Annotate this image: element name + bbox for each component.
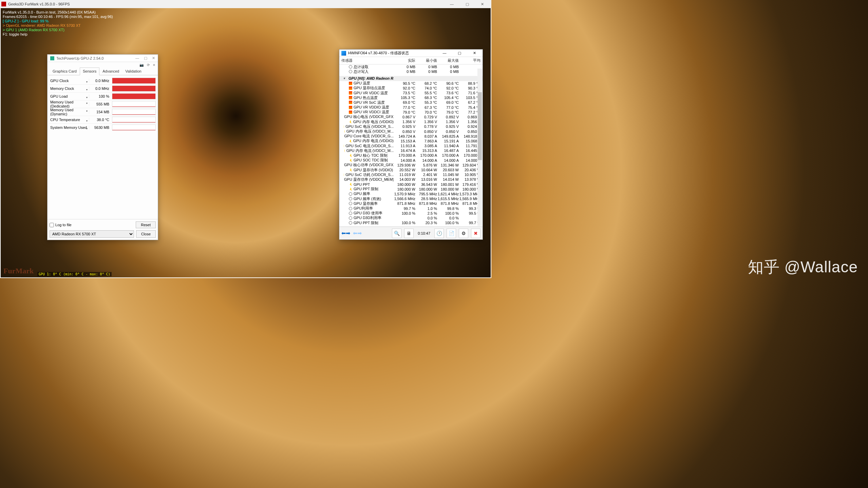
log-checkbox[interactable] bbox=[50, 223, 54, 227]
sensor-row[interactable]: GPU 频率 (有效)1,566.6 MHz28.5 MHz1,615.5 MH… bbox=[339, 196, 483, 201]
sensor-current: 0.867 V bbox=[394, 115, 415, 119]
sensor-max: 1,621.4 MHz bbox=[437, 192, 459, 196]
chevron-down-icon[interactable]: ▾ bbox=[86, 119, 88, 122]
chevron-down-icon[interactable]: ▾ bbox=[86, 96, 88, 99]
hwinfo-titlebar[interactable]: HWiNFO64 v7.30-4870 - 传感器状态 — ▢ ✕ bbox=[339, 50, 483, 57]
sensor-max: 14.000 A bbox=[437, 158, 459, 162]
sensor-current: 100.0 % bbox=[394, 221, 415, 225]
sensor-row[interactable]: GPU 核心功率 (VDDCR_GFX)129.936 W5.876 W131.… bbox=[339, 163, 483, 168]
close-button[interactable]: Close bbox=[136, 230, 156, 238]
chevron-down-icon[interactable]: ▾ bbox=[86, 102, 88, 105]
maximize-button[interactable]: ▢ bbox=[459, 0, 475, 8]
sensor-row[interactable]: GPU 显存结点温度92.0 °C74.0 °C92.0 °C90.3 °C bbox=[339, 86, 483, 91]
sensor-max: 90.6 °C bbox=[437, 81, 459, 85]
sensor-row[interactable]: GPU VR VDDC 温度73.5 °C55.5 °C73.6 °C71.6 … bbox=[339, 91, 483, 95]
scrollbar[interactable] bbox=[477, 69, 482, 226]
nav-arrows[interactable]: ⬅➡ bbox=[341, 230, 350, 236]
save-icon[interactable]: 📄 bbox=[447, 229, 456, 238]
sensor-row[interactable]: GPU 显存功率 (VDDCI_MEM)14.003 W13.016 W14.0… bbox=[339, 177, 483, 182]
sensor-row[interactable]: CPU Temperature▾38.0 °C bbox=[49, 116, 156, 123]
sensor-row[interactable]: GPU SoC 电压 (VDDCR_S...0.925 V0.778 V0.92… bbox=[339, 124, 483, 129]
scrollbar-thumb[interactable] bbox=[478, 92, 482, 160]
sensor-min: 170.000 A bbox=[415, 153, 437, 157]
sensor-row[interactable]: GPU SoC 电流 (VDDCR_S...11.913 A3.085 A11.… bbox=[339, 143, 483, 148]
sensor-current: 180.000 W bbox=[394, 182, 415, 187]
sensor-row[interactable]: System Memory Used▾5630 MB bbox=[49, 123, 156, 131]
sensor-row[interactable]: GPU VR SoC 温度69.0 °C55.3 °C69.0 °C67.2 °… bbox=[339, 100, 483, 105]
sensor-row[interactable]: GPU 显存功率 (VDDIO)20.552 W10.664 W20.603 W… bbox=[339, 168, 483, 172]
close-panel-icon[interactable]: ✖ bbox=[471, 229, 480, 238]
collapse-icon[interactable]: ▾ bbox=[343, 77, 345, 80]
sensor-row[interactable]: GPU PPT180.000 W36.543 W180.001 W179.416… bbox=[339, 182, 483, 187]
sensor-row[interactable]: GPU Load▾100 % bbox=[49, 92, 156, 100]
sensor-name: GPU SoC 电压 (VDDCR_S... bbox=[345, 124, 394, 129]
sensor-max: 69.0 °C bbox=[437, 100, 459, 104]
minimize-button[interactable]: — bbox=[438, 51, 451, 55]
sensor-row[interactable]: GPU D3D 使用率100.0 %2.5 %100.0 %99.5 % bbox=[339, 211, 483, 216]
close-button[interactable]: ✕ bbox=[475, 0, 490, 8]
refresh-icon[interactable]: ⟳ bbox=[147, 63, 150, 67]
close-button[interactable]: ✕ bbox=[152, 56, 155, 60]
chevron-down-icon[interactable]: ▾ bbox=[86, 80, 88, 83]
sensor-row[interactable]: GPU Core 电流 (VDDCR_G...149.724 A8.037 A1… bbox=[339, 134, 483, 139]
sensor-row[interactable]: GPU 温度90.5 °C68.2 °C90.6 °C88.9 °C bbox=[339, 81, 483, 86]
sensor-row[interactable]: GPU D3D利用率0.0 %0.0 % bbox=[339, 216, 483, 220]
close-button[interactable]: ✕ bbox=[468, 51, 480, 55]
chevron-down-icon[interactable]: ▾ bbox=[86, 110, 88, 113]
sensor-row[interactable]: GPU 核心电压 (VDDCR_GFX)0.867 V0.729 V0.892 … bbox=[339, 115, 483, 119]
clock-icon[interactable]: 🕐 bbox=[434, 229, 444, 238]
search-icon[interactable]: 🔍 bbox=[392, 229, 401, 238]
sensor-min: 68.3 °C bbox=[415, 96, 437, 100]
sensor-row[interactable]: GPU 热点温度105.3 °C68.3 °C105.4 °C103.5 °C bbox=[339, 95, 483, 100]
sensor-row[interactable]: GPU SOC TDC 限制14.000 A14.000 A14.000 A14… bbox=[339, 158, 483, 163]
maximize-button[interactable]: ▢ bbox=[144, 56, 147, 60]
tab-graphics-card[interactable]: Graphics Card bbox=[50, 67, 80, 75]
sensor-row[interactable]: GPU 内存 电流 (VDDIO)15.153 A7.863 A15.191 A… bbox=[339, 139, 483, 143]
sensor-row[interactable]: GPU 内存 电压 (VDDIO)1.356 V1.356 V1.356 V1.… bbox=[339, 119, 483, 124]
sensor-row[interactable]: Memory Used (Dynamic)▾154 MB bbox=[49, 108, 156, 116]
minimize-button[interactable]: — bbox=[135, 56, 139, 60]
hwinfo-sensor-list[interactable]: 总计读取0 MB0 MB0 MB总计写入0 MB0 MB0 MB▾GPU [#0… bbox=[339, 64, 483, 227]
screenshot-icon[interactable]: 📷 bbox=[139, 63, 144, 67]
sensor-min: 2.5 % bbox=[415, 211, 437, 215]
sensor-row[interactable]: GPU 显存频率871.8 MHz871.8 MHz871.8 MHz871.8… bbox=[339, 201, 483, 206]
gpu-group-header[interactable]: ▾GPU [#0]: AMD Radeon R... bbox=[339, 76, 483, 81]
chevron-down-icon[interactable]: ▾ bbox=[86, 127, 88, 130]
sensor-row[interactable]: GPU 核心 TDC 限制170.000 A170.000 A170.000 A… bbox=[339, 153, 483, 158]
settings-icon[interactable]: ⚙ bbox=[459, 229, 468, 238]
menu-icon[interactable]: ≡ bbox=[153, 63, 155, 67]
maximize-button[interactable]: ▢ bbox=[453, 51, 466, 55]
nav-arrows-alt[interactable]: ⬅➡ bbox=[353, 230, 362, 236]
sensor-name: GPU 内存 电流 (VDDCI_M... bbox=[346, 148, 394, 153]
summary-row[interactable]: 总计写入0 MB0 MB0 MB bbox=[339, 69, 483, 74]
sensor-graph bbox=[112, 117, 156, 123]
sensor-row[interactable]: GPU 内存 电压 (VDDCI_M...0.850 V0.850 V0.850… bbox=[339, 129, 483, 134]
network-icon[interactable]: 🖥 bbox=[404, 229, 414, 238]
chevron-down-icon[interactable]: ▾ bbox=[86, 88, 88, 91]
sensor-row[interactable]: GPU利用率99.7 %1.0 %99.8 %99.3 % bbox=[339, 206, 483, 211]
tab-validation[interactable]: Validation bbox=[122, 67, 145, 75]
gpu-select[interactable]: AMD Radeon RX 5700 XT bbox=[50, 230, 134, 238]
sensor-row[interactable]: GPU 频率1,570.9 MHz795.5 MHz1,621.4 MHz1,5… bbox=[339, 192, 483, 196]
sensor-row[interactable]: GPU SoC 功耗 (VDDCR_S...11.019 W2.401 W11.… bbox=[339, 172, 483, 177]
summary-row[interactable]: 总计读取0 MB0 MB0 MB bbox=[339, 64, 483, 69]
sensor-row[interactable]: Memory Clock▾0.0 MHz bbox=[49, 84, 156, 92]
reset-button[interactable]: Reset bbox=[136, 221, 156, 228]
tab-advanced[interactable]: Advanced bbox=[99, 67, 122, 75]
furmark-titlebar[interactable]: Geeks3D FurMark v1.35.0.0 - 96FPS — ▢ ✕ bbox=[0, 0, 491, 8]
thermometer-icon bbox=[349, 106, 352, 109]
sensor-row[interactable]: GPU VR VDDIO 温度77.0 °C67.3 °C77.0 °C75.4… bbox=[339, 105, 483, 110]
sensor-row[interactable]: GPU 内存 电流 (VDDCI_M...16.474 A15.313 A16.… bbox=[339, 148, 483, 153]
sensor-row[interactable]: GPU VR VDDCI 温度79.0 °C70.0 °C79.0 °C77.2… bbox=[339, 110, 483, 115]
sensor-row[interactable]: GPU Clock▾0.0 MHz bbox=[49, 77, 156, 84]
sensor-min: 0.0 % bbox=[415, 216, 437, 220]
sensor-name: GPU 显存功率 (VDDIO) bbox=[354, 168, 393, 173]
tab-sensors[interactable]: Sensors bbox=[80, 67, 99, 75]
minimize-button[interactable]: — bbox=[444, 0, 459, 8]
sensor-row[interactable]: Memory Used (Dedicated)▾555 MB bbox=[49, 100, 156, 108]
gpuz-titlebar[interactable]: TechPowerUp GPU-Z 2.54.0 — ▢ ✕ bbox=[48, 55, 158, 62]
sensor-row[interactable]: GPU PPT 限制100.0 %20.3 %100.0 %99.7 % bbox=[339, 220, 483, 225]
log-to-file-checkbox[interactable]: Log to file bbox=[50, 223, 72, 227]
sensor-row[interactable]: GPU PPT 限制180.000 W180.000 W180.000 W180… bbox=[339, 187, 483, 192]
sensor-min: 3.085 A bbox=[415, 144, 437, 148]
